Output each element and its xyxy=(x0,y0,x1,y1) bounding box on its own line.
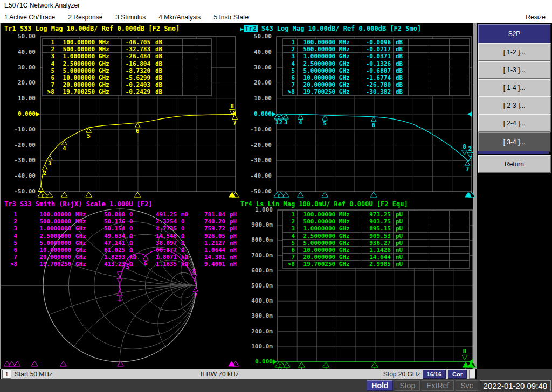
tr1-marker-cell xyxy=(168,39,183,46)
tr1-marker-cell xyxy=(168,53,183,60)
tr2-marker-cell: dB xyxy=(394,88,409,95)
tr4-marker-cell: pU xyxy=(394,240,409,247)
softkey-return[interactable]: Return xyxy=(478,155,551,173)
tr2-marker-cell: 7 xyxy=(283,81,298,88)
softkey-1-3[interactable]: [ 1-3 ]... xyxy=(478,61,551,79)
tr2-marker-cell xyxy=(450,46,470,53)
tr1-marker-cell: -8.7320 xyxy=(122,67,153,74)
tr1-marker-cell xyxy=(197,74,211,81)
tr2-ytick: -30.00 xyxy=(244,157,272,164)
e5071c-application-window: E5071C Network Analyzer 1 Active Ch/Trac… xyxy=(0,0,552,392)
tr4-marker-cell: 936.27 xyxy=(362,240,394,247)
tr3-marker-cell: 2.5000000 xyxy=(19,233,73,240)
tr2-marker-cell: 3 xyxy=(283,53,298,60)
tr4-marker-cell xyxy=(450,240,470,247)
softkey-s2p[interactable]: S2P xyxy=(478,24,551,44)
tr4-marker-cell: 1.1426 xyxy=(362,247,394,254)
tr2-marker-cell xyxy=(429,88,450,95)
tr2-marker-cell: dB xyxy=(394,39,409,46)
tr1-format: S33 Log Mag 10.00dB/ Ref 0.000dB [F2 Smo… xyxy=(20,25,180,32)
tr2-marker-cell xyxy=(429,46,450,53)
tr3-marker-cell: 413.23 xyxy=(93,261,127,268)
tr3-marker-cell: nH xyxy=(227,254,240,261)
tr4-marker-cell: 903.75 xyxy=(362,218,394,225)
tr3-marker-cell: 4 xyxy=(5,233,19,240)
tr2-marker-cell: dB xyxy=(394,67,409,74)
tr3-marker-cell: 1.1635 xyxy=(141,261,179,268)
tr3-marker-cell: GHz xyxy=(73,225,93,232)
tr2-marker-cell xyxy=(429,74,450,81)
softkey-2-4[interactable]: [ 2-4 ]... xyxy=(478,114,551,132)
tr2-marker-cell: dB xyxy=(394,53,409,60)
tr3-marker-cell: 781.84 xyxy=(196,211,227,218)
tr1-marker-cell xyxy=(197,60,211,67)
menu-mkr-analysis[interactable]: 4 Mkr/Analysis xyxy=(158,13,201,21)
tr4-marker-cell: 4 xyxy=(283,233,298,240)
tr4-marker-cell xyxy=(450,218,470,225)
tr3-marker-cell: pH xyxy=(227,233,240,240)
menu-stimulus[interactable]: 3 Stimulus xyxy=(115,13,146,21)
softkey-1-4[interactable]: [ 1-4 ]... xyxy=(478,79,551,97)
softkey-2-3[interactable]: [ 2-3 ]... xyxy=(478,96,551,115)
tr1-ytick: -50.00 xyxy=(8,188,36,195)
tr1-ytick: 20.00 xyxy=(8,79,36,86)
tr1-marker-cell: dB xyxy=(153,67,168,74)
svc-indicator: Svc xyxy=(456,380,478,391)
tr2-marker-cell xyxy=(450,74,470,81)
tr3-marker-cell: mΩ xyxy=(179,211,196,218)
tr3-marker-cell: 1.0644 xyxy=(196,247,227,254)
tr2-marker-cell xyxy=(450,53,470,60)
tr2-marker-cell: 1.0000000 GHz xyxy=(298,53,362,60)
tr2-ytick: -10.00 xyxy=(244,126,272,133)
tr3-marker-cell: Ω xyxy=(179,233,196,240)
stop-indicator: Stop xyxy=(395,380,420,391)
tr4-marker-cell: 2.5000000 GHz xyxy=(298,233,362,240)
tr1-marker-cell: -26.484 xyxy=(122,53,153,60)
tr1-marker-cell: -32.783 xyxy=(122,46,153,53)
softkey-1-2[interactable]: [ 1-2 ]... xyxy=(478,43,551,61)
tr4-ytick: 500.0m xyxy=(245,282,273,289)
tr1-label: Tr1 xyxy=(4,25,16,32)
tr4-ytick: 600.0m xyxy=(245,267,273,274)
tr1-marker-cell: 7 xyxy=(43,81,57,88)
tr3-marker-cell: 2.3254 xyxy=(141,218,179,225)
tr1-ytick: 50.00 xyxy=(8,33,36,40)
tr4-marker-cell xyxy=(450,225,470,232)
tr3-marker-cell: pH xyxy=(227,218,240,225)
tr3-marker-cell: pH xyxy=(227,211,240,218)
tr1-ytick: -30.00 xyxy=(8,157,36,164)
tr3-marker-cell: nH xyxy=(227,247,240,254)
tr2-marker-cell: -0.1326 xyxy=(362,60,394,67)
resize-control[interactable]: Resize xyxy=(526,13,546,21)
tr2-marker-cell: -26.780 xyxy=(362,81,394,88)
tr2-marker-cell xyxy=(409,53,429,60)
tr4-marker-table: 1 100.00000 MHz973.25pU2 500.00000 MHz90… xyxy=(282,211,470,269)
menu-active-ch-trace[interactable]: 1 Active Ch/Trace xyxy=(4,13,55,21)
tr2-marker-cell xyxy=(450,60,470,67)
tr2-ytick: 20.00 xyxy=(244,79,272,86)
tr1-marker-cell: 5.0000000 GHz xyxy=(57,67,122,74)
tr3-marker-cell: 1.8293 xyxy=(93,254,127,261)
tr1-marker-cell: dB xyxy=(153,88,168,95)
tr1-ytick: -40.00 xyxy=(8,172,36,179)
tr4-marker-cell xyxy=(429,225,450,232)
softkey-3-4[interactable]: [ 3-4 ]... xyxy=(478,132,551,152)
tr3-marker-cell: GHz xyxy=(73,233,93,240)
tr2-marker-cell xyxy=(409,74,429,81)
hold-indicator[interactable]: Hold xyxy=(367,380,393,391)
menu-response[interactable]: 2 Response xyxy=(68,13,102,21)
tr2-marker-cell: >8 xyxy=(283,88,298,95)
tr4-marker-cell xyxy=(450,247,470,254)
tr4-marker-cell xyxy=(429,261,450,268)
tr2-marker-cell xyxy=(409,60,429,67)
tr1-ytick: -20.00 xyxy=(8,142,36,149)
menu-instr-state[interactable]: 5 Instr State xyxy=(213,13,249,21)
tr2-marker-cell: -0.0096 xyxy=(362,39,394,46)
tr3-marker-cell: MHz xyxy=(73,218,93,225)
tr4-marker-cell: 5.0000000 GHz xyxy=(298,240,362,247)
tr1-marker-cell: 1 xyxy=(43,39,57,46)
tr4-marker-cell: 7 xyxy=(283,254,298,261)
tr1-marker-cell: 2 xyxy=(43,46,57,53)
tr2-marker-cell: 19.700250 GHz xyxy=(298,88,362,95)
menu-bar: 1 Active Ch/Trace 2 Response 3 Stimulus … xyxy=(0,11,552,23)
